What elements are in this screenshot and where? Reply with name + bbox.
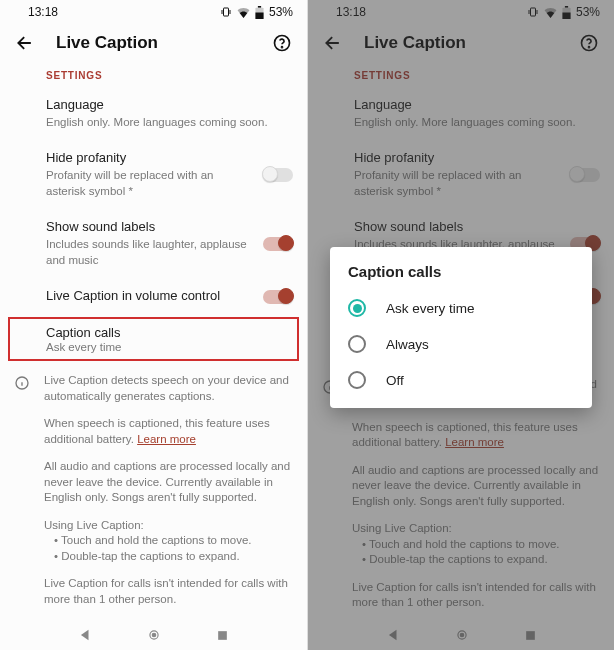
content: SETTINGS Language English only. More lan… — [0, 66, 307, 620]
row-profanity[interactable]: Hide profanity Profanity will be replace… — [0, 140, 307, 209]
volumectrl-toggle[interactable] — [263, 290, 293, 304]
svg-rect-9 — [218, 631, 227, 640]
back-button[interactable] — [14, 32, 36, 54]
captioncalls-title: Caption calls — [46, 325, 289, 340]
language-title: Language — [46, 97, 293, 114]
page-title: Live Caption — [56, 33, 251, 53]
info-p1: Live Caption detects speech on your devi… — [44, 373, 293, 404]
dialog-option-always[interactable]: Always — [330, 326, 592, 362]
soundlabels-title: Show sound labels — [46, 219, 253, 236]
row-volumectrl[interactable]: Live Caption in volume control — [0, 278, 307, 315]
svg-rect-3 — [258, 6, 261, 8]
wifi-icon — [237, 7, 250, 18]
learn-more-link[interactable]: Learn more — [137, 433, 196, 445]
vibrate-icon — [220, 6, 232, 18]
back-arrow-icon — [15, 33, 35, 53]
phone-right: 13:18 53% Live Caption SETTINGS Language… — [307, 0, 614, 650]
dialog-title: Caption calls — [330, 263, 592, 290]
profanity-title: Hide profanity — [46, 150, 253, 167]
radio-icon — [348, 371, 366, 389]
battery-icon — [255, 6, 264, 19]
volumectrl-title: Live Caption in volume control — [46, 288, 253, 305]
dialog-option-ask[interactable]: Ask every time — [330, 290, 592, 326]
battery-pct: 53% — [269, 5, 293, 19]
nav-recent-icon[interactable] — [216, 629, 229, 642]
dialog-option-off[interactable]: Off — [330, 362, 592, 398]
info-icon — [14, 375, 30, 391]
row-soundlabels[interactable]: Show sound labels Includes sounds like l… — [0, 209, 307, 278]
svg-point-8 — [152, 633, 156, 637]
row-captioncalls[interactable]: Caption calls Ask every time — [8, 317, 299, 361]
svg-rect-0 — [223, 8, 228, 16]
radio-icon — [348, 299, 366, 317]
svg-rect-2 — [255, 12, 263, 19]
info-p5: Live Caption for calls isn't intended fo… — [44, 576, 293, 607]
caption-calls-dialog: Caption calls Ask every time Always Off — [330, 247, 592, 408]
header: Live Caption — [0, 22, 307, 66]
row-language[interactable]: Language English only. More languages co… — [0, 87, 307, 140]
phone-left: 13:18 53% Live Caption SETTINGS Language… — [0, 0, 307, 650]
section-label: SETTINGS — [0, 66, 307, 87]
nav-bar — [0, 620, 307, 650]
nav-home-icon[interactable] — [147, 628, 161, 642]
info-p4: Using Live Caption: Touch and hold the c… — [44, 518, 293, 565]
profanity-toggle[interactable] — [263, 168, 293, 182]
info-p3: All audio and captions are processed loc… — [44, 459, 293, 506]
soundlabels-toggle[interactable] — [263, 237, 293, 251]
status-icons: 53% — [220, 5, 293, 19]
language-sub: English only. More languages coming soon… — [46, 115, 293, 131]
info-p2: When speech is captioned, this feature u… — [44, 416, 293, 447]
nav-back-icon[interactable] — [78, 628, 92, 642]
profanity-sub: Profanity will be replaced with an aster… — [46, 168, 253, 199]
help-button[interactable] — [271, 32, 293, 54]
help-icon — [272, 33, 292, 53]
status-bar: 13:18 53% — [0, 0, 307, 22]
soundlabels-sub: Includes sounds like laughter, applause … — [46, 237, 253, 268]
svg-point-5 — [282, 47, 283, 48]
info-block: Live Caption detects speech on your devi… — [0, 365, 307, 619]
radio-icon — [348, 335, 366, 353]
captioncalls-sub: Ask every time — [46, 341, 289, 353]
status-time: 13:18 — [28, 5, 58, 19]
